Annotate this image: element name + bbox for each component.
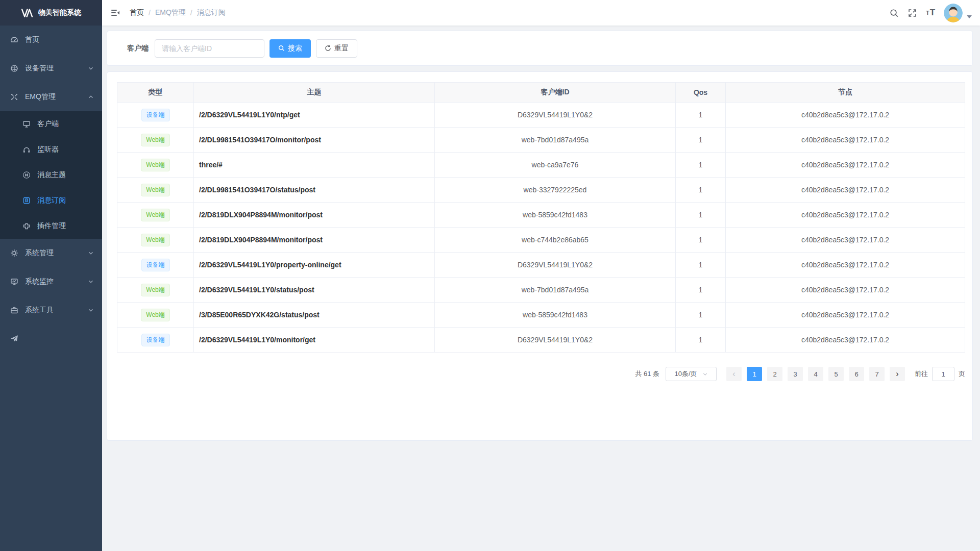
- font-size-icon[interactable]: TT: [921, 0, 940, 26]
- client-icon: [22, 120, 31, 128]
- page-button-3[interactable]: 3: [788, 367, 803, 381]
- topic-cell: /2/DL9981541O39417O/status/post: [194, 178, 435, 203]
- sidebar-menu: 首页 设备管理 EMQ管理: [0, 26, 102, 353]
- listener-icon: [22, 145, 31, 154]
- sidebar-item-label: 消息订阅: [37, 196, 66, 205]
- page-button-1[interactable]: 1: [747, 367, 762, 381]
- type-tag: 设备端: [141, 334, 170, 346]
- subscribe-icon: [22, 196, 31, 205]
- navbar-actions: TT: [885, 0, 976, 26]
- topic-cell: /2/DL9981541O39417O/monitor/post: [194, 128, 435, 153]
- node-cell: c40b2d8ea5c3@172.17.0.2: [726, 303, 965, 328]
- sidebar-item-plugin-mgmt[interactable]: 插件管理: [0, 213, 102, 239]
- prev-page-button[interactable]: ‹: [726, 367, 742, 381]
- avatar[interactable]: [944, 4, 963, 22]
- table-row: Web端 /2/D819DLX904P8894M/monitor/post we…: [117, 203, 965, 228]
- table-header-row: 类型 主题 客户端ID Qos 节点: [117, 83, 965, 103]
- logo[interactable]: 物美智能系统: [0, 0, 102, 26]
- topic-cell: /2/D819DLX904P8894M/monitor/post: [194, 228, 435, 253]
- toolbox-icon: [10, 306, 18, 314]
- main-area: 首页 / EMQ管理 / 消息订阅 TT: [102, 0, 980, 551]
- client-id-input[interactable]: [155, 39, 264, 58]
- type-tag: Web端: [141, 159, 169, 171]
- client-id-label: 客户端: [127, 44, 149, 53]
- fullscreen-icon[interactable]: [903, 0, 921, 26]
- client-id-cell: D6329VL54419L1Y0&2: [435, 103, 676, 128]
- type-tag: Web端: [141, 184, 169, 196]
- sidebar-item-label: 首页: [25, 35, 39, 44]
- sidebar-item-label: 系统监控: [25, 277, 54, 286]
- plugin-icon: [22, 222, 31, 230]
- node-cell: c40b2d8ea5c3@172.17.0.2: [726, 228, 965, 253]
- search-icon[interactable]: [885, 0, 903, 26]
- page-size-select[interactable]: 10条/页: [666, 367, 717, 381]
- node-cell: c40b2d8ea5c3@172.17.0.2: [726, 253, 965, 278]
- topic-cell: /2/D6329VL54419L1Y0/monitor/get: [194, 328, 435, 353]
- type-tag: 设备端: [141, 259, 170, 271]
- user-menu[interactable]: [944, 4, 972, 22]
- dashboard-icon: [10, 36, 18, 44]
- sidebar-item-label: 客户端: [37, 119, 59, 129]
- page-button-5[interactable]: 5: [828, 367, 844, 381]
- search-button-label: 搜索: [288, 44, 302, 53]
- table-row: 设备端 /2/D6329VL54419L1Y0/property-online/…: [117, 253, 965, 278]
- node-cell: c40b2d8ea5c3@172.17.0.2: [726, 203, 965, 228]
- devices-icon: [10, 64, 18, 72]
- sidebar-item-home[interactable]: 首页: [0, 26, 102, 54]
- topic-cell: /2/D6329VL54419L1Y0/ntp/get: [194, 103, 435, 128]
- goto-unit-label: 页: [959, 369, 965, 379]
- table-row: 设备端 /2/D6329VL54419L1Y0/ntp/get D6329VL5…: [117, 103, 965, 128]
- breadcrumb-home[interactable]: 首页: [130, 8, 144, 17]
- page-button-2[interactable]: 2: [767, 367, 782, 381]
- sidebar-item-label: 消息主题: [37, 170, 66, 180]
- sidebar-item-system-tools[interactable]: 系统工具: [0, 296, 102, 324]
- sidebar-item-label: 设备管理: [25, 64, 54, 73]
- sidebar-item-listener[interactable]: 监听器: [0, 137, 102, 162]
- sidebar-item-system-monitor[interactable]: 系统监控: [0, 267, 102, 296]
- header-qos: Qos: [676, 83, 726, 103]
- monitor-icon: [10, 278, 18, 286]
- sidebar-item-message-topic[interactable]: 消息主题: [0, 162, 102, 188]
- sidebar-item-system-mgmt[interactable]: 系统管理: [0, 239, 102, 267]
- sidebar-item-device-mgmt[interactable]: 设备管理: [0, 54, 102, 83]
- page-size-value: 10条/页: [674, 369, 697, 379]
- page-button-6[interactable]: 6: [849, 367, 864, 381]
- app-root: 物美智能系统 首页 设备管理: [0, 0, 980, 551]
- client-id-cell: web-c744b2e86ab65: [435, 228, 676, 253]
- hamburger-icon[interactable]: [110, 8, 120, 18]
- sidebar-item-client[interactable]: 客户端: [0, 111, 102, 137]
- sidebar-item-label: EMQ管理: [25, 92, 56, 102]
- client-id-cell: web-ca9a7e76: [435, 153, 676, 178]
- search-button[interactable]: 搜索: [270, 39, 311, 58]
- reset-button[interactable]: 重置: [316, 39, 357, 58]
- chevron-down-icon: [88, 279, 94, 285]
- next-page-button[interactable]: ›: [890, 367, 905, 381]
- qos-cell: 1: [676, 228, 726, 253]
- total-count: 共 61 条: [635, 369, 659, 379]
- breadcrumb-separator: /: [190, 9, 192, 17]
- qos-cell: 1: [676, 253, 726, 278]
- client-id-cell: web-5859c42fd1483: [435, 203, 676, 228]
- topic-cell: three/#: [194, 153, 435, 178]
- page-button-7[interactable]: 7: [869, 367, 885, 381]
- app-title: 物美智能系统: [38, 8, 81, 17]
- qos-cell: 1: [676, 203, 726, 228]
- header-node: 节点: [726, 83, 965, 103]
- page-button-4[interactable]: 4: [808, 367, 823, 381]
- node-cell: c40b2d8ea5c3@172.17.0.2: [726, 128, 965, 153]
- goto-page-input[interactable]: [932, 367, 954, 381]
- sidebar-item-emq-mgmt[interactable]: EMQ管理: [0, 83, 102, 111]
- chevron-up-icon: [88, 94, 94, 100]
- reset-button-label: 重置: [334, 44, 349, 53]
- client-id-cell: web-7bd01d87a495a: [435, 128, 676, 153]
- sidebar-item-label: 监听器: [37, 145, 59, 154]
- client-id-cell: D6329VL54419L1Y0&2: [435, 328, 676, 353]
- sidebar-item-message-subscription[interactable]: 消息订阅: [0, 188, 102, 213]
- client-id-cell: D6329VL54419L1Y0&2: [435, 253, 676, 278]
- top-navbar: 首页 / EMQ管理 / 消息订阅 TT: [102, 0, 980, 26]
- sidebar-item-wumei-smart[interactable]: [0, 324, 102, 353]
- table-panel: 类型 主题 客户端ID Qos 节点 设备端 /2/D6329VL54419L1…: [107, 71, 973, 441]
- table-row: Web端 /3/D85E00R65DYXK42G/status/post web…: [117, 303, 965, 328]
- type-tag: Web端: [141, 309, 169, 321]
- type-tag: Web端: [141, 284, 169, 296]
